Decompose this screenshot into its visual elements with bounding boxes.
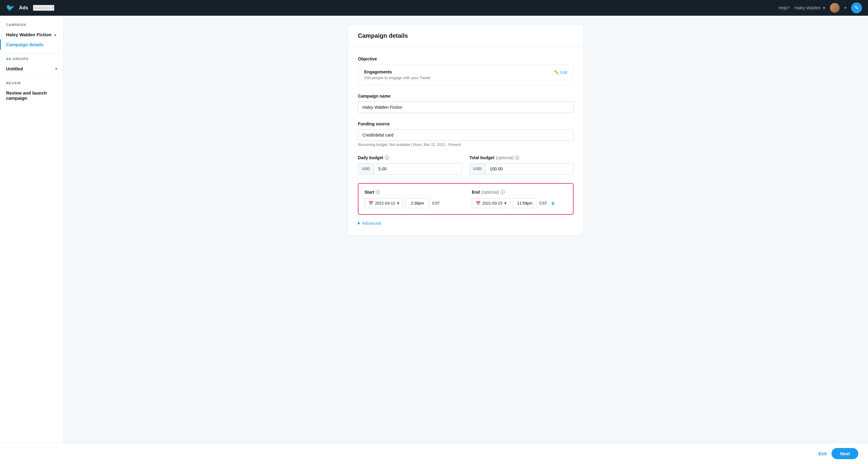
sidebar-divider-1 <box>0 53 63 54</box>
help-link[interactable]: Help? <box>779 5 790 10</box>
ads-label: Ads <box>19 5 28 10</box>
delete-end-date-icon[interactable]: 🗑 <box>551 201 555 206</box>
campaign-name-label: Campaign name <box>358 94 574 98</box>
end-calendar-icon: 📅 <box>476 201 480 206</box>
form-body: Objective Engagements Get people to enga… <box>348 47 583 235</box>
nav-right: Help? Haley Walden ▾ ▾ ✎ <box>779 2 862 13</box>
daily-budget-input[interactable] <box>374 163 462 174</box>
start-label: Start i <box>365 190 460 194</box>
end-datetime-group: End (optional) i 📅 2021-03-23 ▾ <box>472 190 567 208</box>
campaign-name-input[interactable] <box>358 101 574 113</box>
form-title: Campaign details <box>358 32 574 39</box>
ad-groups-section-label: AD GROUPS <box>0 57 63 64</box>
total-budget-optional: (optional) <box>496 155 514 160</box>
datetime-section: Start i 📅 2021-03-12 ▾ CST <box>358 183 574 215</box>
objective-content: Engagements Get people to engage with yo… <box>364 69 430 80</box>
user-info: Haley Walden ▾ <box>794 5 825 10</box>
daily-budget-label: Daily budget i <box>358 155 462 160</box>
untitled-chevron-icon: ▾ <box>55 67 57 71</box>
end-label-text: End <box>472 190 479 194</box>
start-datetime-group: Start i 📅 2021-03-12 ▾ CST <box>365 190 460 208</box>
end-inputs: 📅 2021-03-23 ▾ CST 🗑 <box>472 198 567 208</box>
objective-desc: Get people to engage with your Tweet <box>364 75 430 80</box>
campaign-name-label: Haley Walden Fiction <box>6 32 51 37</box>
user-name-label: Haley Walden <box>794 5 820 10</box>
start-info-icon[interactable]: i <box>376 190 380 194</box>
start-inputs: 📅 2021-03-12 ▾ CST <box>365 198 460 208</box>
total-budget-currency: USD <box>470 163 485 174</box>
daily-budget-currency: USD <box>358 163 374 174</box>
compose-icon: ✎ <box>855 4 859 11</box>
triangle-right-icon <box>358 222 360 225</box>
avatar[interactable] <box>830 3 840 13</box>
edit-button[interactable]: ✏️ Edit <box>554 70 567 74</box>
pencil-icon: ✏️ <box>554 70 559 74</box>
funding-info-text: Remaining budget: Not available | Runs: … <box>358 143 574 147</box>
start-date-value: 2021-03-12 <box>375 201 395 206</box>
objective-title: Engagements <box>364 69 430 74</box>
funding-source-input[interactable] <box>358 129 574 141</box>
exit-button[interactable]: Exit <box>818 451 827 456</box>
analytics-label: Analytics <box>33 5 51 10</box>
objective-section: Objective Engagements Get people to enga… <box>358 57 574 85</box>
total-budget-label-text: Total budget <box>469 155 494 160</box>
end-date-chevron-icon: ▾ <box>504 201 506 206</box>
end-time-input[interactable] <box>513 198 537 208</box>
review-section-label: REVIEW <box>0 81 63 88</box>
end-date-value: 2021-03-23 <box>482 201 502 206</box>
sidebar-item-campaign-name[interactable]: Haley Walden Fiction ▲ <box>0 30 63 39</box>
campaign-chevron-icon: ▲ <box>54 33 57 37</box>
daily-budget-group: Daily budget i USD <box>358 155 462 175</box>
nav-left: 🐦 Ads Analytics ▾ <box>6 4 54 12</box>
review-launch-label: Review and launch campaign <box>6 90 57 101</box>
start-timezone-label: CST <box>432 201 440 206</box>
end-info-icon[interactable]: i <box>500 190 505 194</box>
start-date-button[interactable]: 📅 2021-03-12 ▾ <box>365 198 403 208</box>
page-footer: Exit Next <box>0 443 868 464</box>
campaign-section-label: CAMPAIGN <box>0 23 63 30</box>
main-layout: CAMPAIGN Haley Walden Fiction ▲ Campaign… <box>0 16 868 464</box>
form-header: Campaign details <box>348 25 583 47</box>
start-date-chevron-icon: ▾ <box>397 201 399 206</box>
total-budget-info-icon[interactable]: i <box>515 156 519 160</box>
twitter-logo-icon: 🐦 <box>6 4 14 12</box>
advanced-toggle-button[interactable]: Advanced <box>358 221 381 226</box>
sidebar: CAMPAIGN Haley Walden Fiction ▲ Campaign… <box>0 16 63 464</box>
campaign-name-section: Campaign name <box>358 94 574 113</box>
daily-budget-info-icon[interactable]: i <box>385 156 389 160</box>
total-budget-label: Total budget (optional) i <box>469 155 574 160</box>
campaign-form: Campaign details Objective Engagements G… <box>348 25 584 236</box>
edit-label: Edit <box>561 70 567 74</box>
sidebar-item-campaign-details[interactable]: Campaign details <box>0 39 63 50</box>
start-label-text: Start <box>365 190 374 194</box>
analytics-chevron-icon: ▾ <box>52 5 54 10</box>
end-label: End (optional) i <box>472 190 567 194</box>
end-optional-label: (optional) <box>481 190 499 194</box>
main-content: Campaign details Objective Engagements G… <box>63 16 868 464</box>
advanced-label: Advanced <box>362 221 381 226</box>
budget-row: Daily budget i USD Total budget (optiona… <box>358 155 574 175</box>
daily-budget-input-row: USD <box>358 163 462 175</box>
start-calendar-icon: 📅 <box>369 201 373 206</box>
next-button[interactable]: Next <box>832 448 858 459</box>
top-navigation: 🐦 Ads Analytics ▾ Help? Haley Walden ▾ ▾… <box>0 0 868 16</box>
sidebar-item-review-launch[interactable]: Review and launch campaign <box>0 88 63 103</box>
objective-box: Engagements Get people to engage with yo… <box>358 64 574 85</box>
user-chevron-icon: ▾ <box>823 5 825 10</box>
untitled-label: Untitled <box>6 66 23 71</box>
analytics-dropdown[interactable]: Analytics ▾ <box>33 5 54 11</box>
start-time-input[interactable] <box>406 198 430 208</box>
funding-source-label: Funding source <box>358 121 574 126</box>
end-date-button[interactable]: 📅 2021-03-23 ▾ <box>472 198 510 208</box>
funding-source-section: Funding source Remaining budget: Not ava… <box>358 121 574 147</box>
sidebar-item-untitled[interactable]: Untitled ▾ <box>0 64 63 74</box>
compose-button[interactable]: ✎ <box>851 2 862 13</box>
total-budget-group: Total budget (optional) i USD <box>469 155 574 175</box>
daily-budget-label-text: Daily budget <box>358 155 383 160</box>
campaign-details-label: Campaign details <box>6 42 43 47</box>
total-budget-input-row: USD <box>469 163 574 175</box>
total-budget-input[interactable] <box>485 163 573 174</box>
objective-label: Objective <box>358 57 574 61</box>
end-timezone-label: CST <box>539 201 547 206</box>
account-chevron-icon: ▾ <box>844 6 846 10</box>
